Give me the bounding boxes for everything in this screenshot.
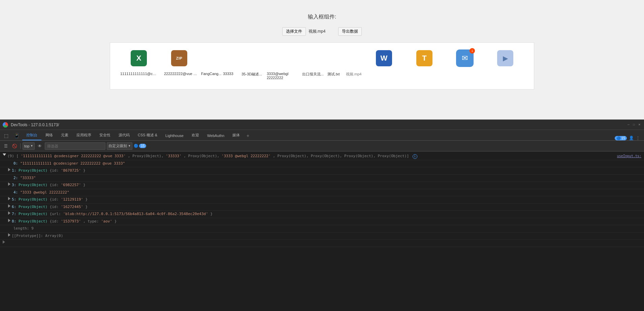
file-name-display: 视频.mp4 bbox=[309, 29, 326, 34]
file-item-zip[interactable]: ZIP bbox=[164, 49, 194, 68]
label-item7: 测试.txt bbox=[327, 72, 344, 77]
console-value-2: 2: "33333" bbox=[13, 175, 641, 181]
console-filter-input[interactable] bbox=[45, 142, 105, 150]
chrome-icon bbox=[3, 122, 8, 128]
tab-console[interactable]: 控制台 bbox=[22, 131, 41, 140]
issues-badge-area: 🔵 15 bbox=[134, 144, 146, 148]
console-line-2: 2: "33333" bbox=[0, 175, 644, 182]
context-dropdown-arrow: ▼ bbox=[30, 144, 33, 147]
expand-arrow-3[interactable] bbox=[8, 182, 10, 186]
console-line-1: 1: Proxy(Object) {id: '8670725' } bbox=[0, 167, 644, 175]
file-item-excel[interactable]: X bbox=[124, 49, 154, 68]
devtools-titlebar: DevTools - 127.0.0.1:5173/ ─ □ ✕ bbox=[0, 120, 644, 130]
console-array-text: (9) [ '1111111111111 @codesigner 2222222… bbox=[7, 153, 617, 159]
label-item2: FangCang... bbox=[201, 72, 221, 76]
zip-file-icon: ZIP bbox=[170, 49, 188, 67]
minimize-button[interactable]: ─ bbox=[626, 123, 631, 127]
tab-sources[interactable]: 源代码 bbox=[115, 131, 134, 140]
file-item-video[interactable]: ▶ bbox=[490, 49, 520, 68]
issues-icon: 🔵 bbox=[134, 144, 138, 148]
file-input-area: 选择文件 视频.mp4 导出数据 bbox=[282, 27, 362, 36]
label-item3: 33333 bbox=[223, 72, 240, 76]
console-line-6: 6: Proxy(Object) {id: '16272445' } bbox=[0, 204, 644, 211]
clear-console-button[interactable]: 🚫 bbox=[11, 142, 18, 150]
console-line-0: 0: "1111111111111 @codesigner 222222222 … bbox=[0, 160, 644, 168]
console-value-7: 7: Proxy(Object) {url: 'blob:http://127.… bbox=[12, 211, 641, 217]
expand-arrow-1[interactable] bbox=[8, 168, 10, 171]
tab-device-icon[interactable]: 📱 bbox=[11, 132, 22, 140]
tab-elements[interactable]: 元素 bbox=[57, 131, 72, 140]
console-prototype: [[Prototype]]: Array(0) bbox=[12, 233, 641, 239]
console-line-3: 3: Proxy(Object) {id: '6982257' } bbox=[0, 182, 644, 189]
label-item1: 222222222@vue 3333 bbox=[164, 72, 198, 76]
issues-count-badge: 🔵 15 bbox=[615, 136, 627, 140]
console-line-8: 8: Proxy(Object) {id: '1537973' , type: … bbox=[0, 218, 644, 226]
more-options-icon[interactable]: ⋮ bbox=[636, 136, 640, 140]
tab-lighthouse[interactable]: Lighthouse bbox=[161, 132, 188, 140]
tab-css-overview[interactable]: CSS 概述 & bbox=[134, 131, 161, 140]
console-line-length: length: 9 bbox=[0, 225, 644, 233]
window-controls: ─ □ ✕ bbox=[626, 123, 641, 127]
console-prompt-chevron bbox=[3, 240, 5, 244]
choose-file-button[interactable]: 选择文件 bbox=[282, 27, 306, 36]
label-item0: 1111111111111@codesigner bbox=[120, 72, 157, 76]
export-button[interactable]: 导出数据 bbox=[338, 27, 362, 36]
console-source-link[interactable]: useInput.ts: bbox=[617, 153, 641, 159]
log-level-value: 自定义级别 bbox=[108, 143, 127, 148]
expand-arrow-5[interactable] bbox=[8, 197, 10, 200]
context-select[interactable]: top ▼ bbox=[23, 142, 35, 150]
file-item-text[interactable]: T bbox=[409, 49, 440, 68]
word-file-icon: W bbox=[375, 49, 393, 67]
sidebar-toggle-button[interactable]: ☰ bbox=[2, 142, 9, 150]
tab-security[interactable]: 安全性 bbox=[95, 131, 115, 140]
devtools-title: DevTools - 127.0.0.1:5173/ bbox=[11, 123, 624, 127]
email-badge: 1 bbox=[470, 48, 475, 54]
console-line-4: 4: "3333 @webgl 22222222" bbox=[0, 189, 644, 197]
no-expand-4 bbox=[8, 190, 12, 196]
file-list-container: X ZIP W bbox=[110, 42, 534, 90]
issues-badge: 15 bbox=[139, 144, 146, 148]
label-item4: 35-3D融述... bbox=[242, 72, 265, 77]
log-level-select[interactable]: 自定义级别 ▼ bbox=[107, 142, 132, 150]
console-line-array: (9) [ '1111111111111 @codesigner 2222222… bbox=[0, 153, 644, 160]
restore-button[interactable]: □ bbox=[632, 123, 636, 127]
file-item-email[interactable]: ✉ 1 bbox=[450, 49, 480, 68]
console-value-5: 5: Proxy(Object) {id: '12129119' } bbox=[12, 197, 641, 203]
console-value-3: 3: Proxy(Object) {id: '6982257' } bbox=[12, 182, 641, 188]
info-icon: i bbox=[413, 154, 417, 159]
console-value-1: 1: Proxy(Object) {id: '8670725' } bbox=[12, 168, 641, 174]
tab-badges: 🔵 15 👤 ⋮ bbox=[612, 136, 643, 140]
tab-network[interactable]: 网络 bbox=[41, 131, 57, 140]
console-value-6: 6: Proxy(Object) {id: '16272445' } bbox=[12, 204, 641, 210]
console-value-4: 4: "3333 @webgl 22222222" bbox=[13, 190, 641, 196]
console-input-area bbox=[0, 240, 644, 247]
console-value-0: 0: "1111111111111 @codesigner 222222222 … bbox=[13, 161, 641, 167]
console-cursor[interactable] bbox=[6, 240, 641, 246]
console-line-prototype: [[Prototype]]: Array(0) bbox=[0, 233, 644, 240]
tab-media[interactable]: 媒体 bbox=[228, 131, 244, 140]
tab-application[interactable]: 应用程序 bbox=[72, 131, 95, 140]
video-file-icon: ▶ bbox=[496, 49, 514, 67]
console-line-7: 7: Proxy(Object) {url: 'blob:http://127.… bbox=[0, 211, 644, 218]
page-title: 输入框组件: bbox=[308, 13, 336, 21]
file-item-word[interactable]: W bbox=[369, 49, 399, 68]
account-icon[interactable]: 👤 bbox=[629, 136, 634, 140]
email-file-icon: ✉ 1 bbox=[456, 49, 474, 67]
tab-webauthn[interactable]: WebAuthn bbox=[203, 132, 228, 140]
expand-arrow-6[interactable] bbox=[8, 204, 10, 208]
label-item5: 3333@webgl 22222222 bbox=[267, 72, 300, 80]
tab-inspect-icon[interactable]: ⬚ bbox=[1, 132, 11, 140]
add-tab-button[interactable]: + bbox=[244, 131, 252, 140]
expand-prototype-arrow[interactable] bbox=[8, 233, 10, 237]
live-expressions-button[interactable]: 👁 bbox=[36, 142, 43, 150]
devtools-tabs: ⬚ 📱 控制台 网络 元素 应用程序 安全性 源代码 CSS 概述 & Ligh… bbox=[0, 130, 644, 141]
expand-arrow-8[interactable] bbox=[8, 219, 10, 222]
console-value-8: 8: Proxy(Object) {id: '1537973' , type: … bbox=[12, 219, 641, 224]
tab-welcome[interactable]: 欢迎 bbox=[188, 131, 203, 140]
close-button[interactable]: ✕ bbox=[637, 123, 641, 127]
console-output[interactable]: (9) [ '1111111111111 @codesigner 2222222… bbox=[0, 151, 644, 311]
collapse-arrow[interactable] bbox=[3, 153, 6, 156]
console-line-5: 5: Proxy(Object) {id: '12129119' } bbox=[0, 196, 644, 204]
console-length: length: 9 bbox=[13, 226, 641, 232]
expand-arrow-7[interactable] bbox=[8, 211, 10, 215]
